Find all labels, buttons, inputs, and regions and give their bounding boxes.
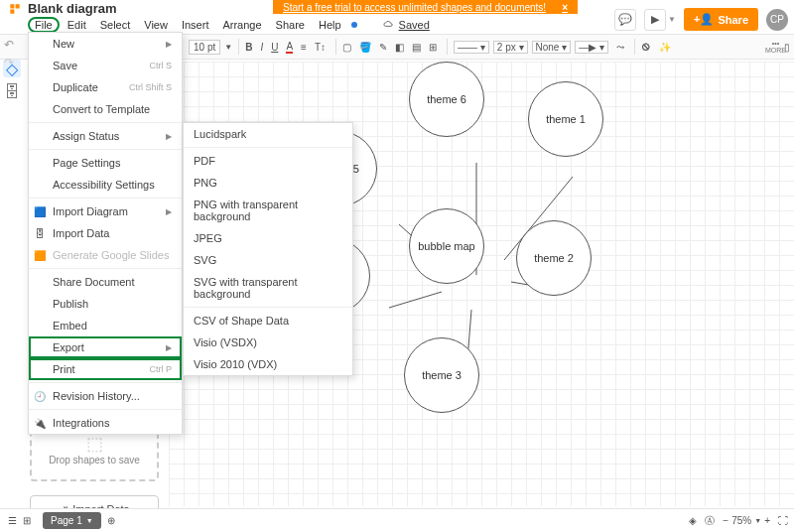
undo-icon[interactable]: ↶ — [4, 38, 14, 52]
file-menu-item[interactable]: Accessibility Settings — [29, 174, 182, 196]
fullscreen-icon[interactable]: ⛶ — [778, 515, 788, 526]
export-option[interactable]: PNG with transparent background — [184, 194, 352, 227]
share-label: Share — [718, 14, 748, 26]
export-option[interactable]: Visio 2010 (VDX) — [184, 353, 352, 375]
file-menu-item[interactable]: 🔌Integrations — [29, 412, 182, 434]
text-color-button[interactable]: A — [286, 41, 293, 54]
menu-help[interactable]: Help — [313, 17, 347, 33]
banner-close-icon[interactable]: × — [562, 2, 568, 13]
menu-arrange[interactable]: Arrange — [216, 17, 267, 33]
file-menu-item[interactable]: 🟦Import Diagram▶ — [29, 200, 182, 222]
accessibility-icon[interactable]: Ⓐ — [705, 514, 715, 528]
font-size-input[interactable]: 10 pt — [189, 40, 220, 55]
file-menu-item[interactable]: 🟧Generate Google Slides — [29, 244, 182, 266]
file-menu-item[interactable]: PrintCtrl P — [29, 358, 182, 380]
bubble-theme-2[interactable]: theme 1 — [528, 81, 603, 157]
file-menu-item[interactable]: Share Document — [29, 271, 182, 293]
pencil-icon[interactable]: ✎ — [379, 42, 387, 53]
present-dropdown-icon[interactable]: ▼ — [668, 15, 676, 24]
fill-button[interactable]: ▢ — [342, 42, 351, 53]
line-jump-icon[interactable]: ⤳ — [616, 42, 624, 53]
zoom-out-button[interactable]: − — [723, 515, 728, 526]
menu-edit[interactable]: Edit — [62, 17, 92, 33]
file-menu-item[interactable]: Export▶ — [29, 336, 182, 358]
lock-icon[interactable]: 🛇 — [641, 42, 651, 53]
bubble-theme-4[interactable]: theme 2 — [516, 220, 592, 296]
submenu-arrow-icon: ▶ — [166, 40, 172, 49]
add-page-icon[interactable]: ⊕ — [107, 515, 115, 526]
file-menu-item[interactable]: SaveCtrl S — [29, 55, 182, 76]
document-title[interactable]: Blank diagram — [28, 1, 117, 16]
layers-icon[interactable]: ◈ — [689, 515, 697, 526]
export-option[interactable]: JPEG — [184, 227, 352, 249]
bottom-bar: ☰ ⊞ Page 1 ▼ ⊕ ◈ Ⓐ − 75% ▼ + ⛶ — [0, 508, 794, 532]
line-end-select[interactable]: —▶ ▾ — [575, 41, 608, 54]
export-option[interactable]: CSV of Shape Data — [184, 310, 352, 332]
cloud-saved-icon — [383, 20, 394, 31]
list-view-icon[interactable]: ☰ — [8, 515, 17, 526]
file-menu-item[interactable]: 🗄Import Data — [29, 222, 182, 244]
zoom-dropdown-icon[interactable]: ▼ — [754, 517, 761, 524]
shadow-button[interactable]: ▤ — [412, 42, 421, 53]
italic-button[interactable]: I — [260, 42, 263, 53]
menu-item-label: Save — [53, 60, 77, 71]
magic-wand-icon[interactable]: ✨ — [659, 42, 671, 53]
redo-icon[interactable]: ↷ — [4, 56, 14, 69]
line-style-select[interactable]: —— ▾ — [454, 41, 489, 54]
grid-view-icon[interactable]: ⊞ — [23, 515, 31, 526]
menu-select[interactable]: Select — [94, 17, 137, 33]
file-menu-item[interactable]: Embed — [29, 315, 182, 336]
menu-item-label: Generate Google Slides — [53, 249, 169, 261]
shortcut-label: Ctrl P — [150, 364, 173, 374]
text-size-button[interactable]: T↕ — [315, 42, 326, 53]
export-option[interactable]: PDF — [184, 150, 352, 172]
grid-icon[interactable]: ⊞ — [429, 42, 437, 53]
comment-icon[interactable]: 💬 — [614, 9, 636, 31]
export-option[interactable]: SVG — [184, 249, 352, 271]
share-button[interactable]: +👤 Share — [684, 8, 758, 31]
page-tab-dropdown-icon[interactable]: ▼ — [86, 517, 93, 524]
page-tab[interactable]: Page 1 ▼ — [43, 512, 101, 529]
line-width-select[interactable]: 2 px ▾ — [493, 41, 528, 54]
user-avatar[interactable]: CP — [766, 9, 788, 31]
file-menu-item[interactable]: 🕘Revision History... — [29, 385, 182, 407]
underline-button[interactable]: U — [271, 42, 278, 53]
drop-zone-label: Drop shapes to save — [38, 455, 151, 466]
export-option[interactable]: Lucidspark — [184, 123, 352, 145]
shape-style-button[interactable]: ◧ — [395, 42, 404, 53]
top-right-controls: 💬 ▶ ▼ +👤 Share CP — [614, 8, 788, 31]
zoom-in-button[interactable]: + — [764, 515, 770, 526]
zoom-level[interactable]: 75% — [731, 515, 751, 526]
file-menu-item[interactable]: DuplicateCtrl Shift S — [29, 76, 182, 98]
menu-file[interactable]: File — [28, 17, 60, 33]
shortcut-label: Ctrl Shift S — [129, 82, 172, 92]
bubble-center[interactable]: bubble map — [409, 208, 484, 284]
export-option[interactable]: Visio (VSDX) — [184, 332, 352, 353]
font-size-dropdown-icon[interactable]: ▼ — [224, 43, 232, 52]
paint-bucket-icon[interactable]: 🪣 — [359, 42, 371, 53]
align-button[interactable]: ≡ — [301, 42, 307, 53]
bubble-theme-6[interactable]: theme 3 — [404, 337, 479, 413]
bold-button[interactable]: B — [245, 42, 252, 53]
menu-view[interactable]: View — [138, 17, 174, 33]
line-start-select[interactable]: None ▾ — [532, 41, 572, 54]
present-icon[interactable]: ▶ — [644, 9, 666, 31]
menu-item-label: Import Data — [53, 227, 109, 239]
menu-share[interactable]: Share — [270, 17, 311, 33]
visio-icon: 🟦 — [34, 205, 46, 217]
banner-text[interactable]: Start a free trial to access unlimited s… — [283, 2, 546, 13]
panel-toggle-icon[interactable]: ▯ — [778, 42, 794, 53]
file-menu-item[interactable]: Convert to Template — [29, 98, 182, 120]
export-option[interactable]: SVG with transparent background — [184, 271, 352, 305]
export-option[interactable]: PNG — [184, 172, 352, 194]
file-menu-item[interactable]: Publish — [29, 293, 182, 315]
file-menu-item[interactable]: New▶ — [29, 33, 182, 55]
page-tab-label: Page 1 — [51, 515, 82, 526]
file-menu-item[interactable]: Page Settings — [29, 152, 182, 174]
saved-status[interactable]: Saved — [399, 19, 430, 31]
data-panel-icon[interactable]: 🗄 — [3, 83, 21, 101]
menu-insert[interactable]: Insert — [176, 17, 215, 33]
bubble-theme-1[interactable]: theme 6 — [409, 62, 484, 137]
menu-item-label: Share Document — [53, 276, 135, 288]
file-menu-item[interactable]: Assign Status▶ — [29, 125, 182, 147]
